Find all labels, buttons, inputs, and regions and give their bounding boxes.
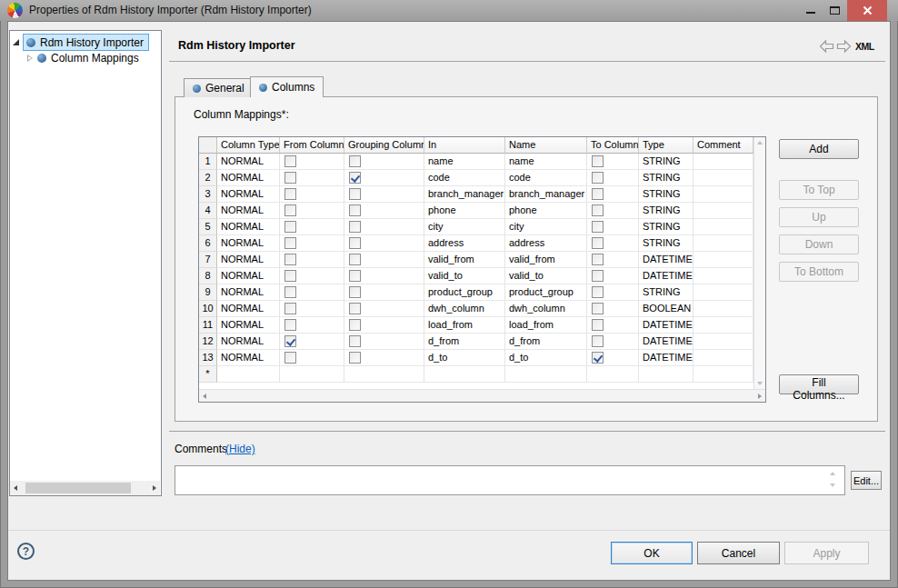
cell-in[interactable]: city — [424, 219, 505, 235]
cell-name[interactable]: phone — [505, 203, 587, 219]
cell-comment[interactable] — [693, 366, 753, 383]
from_column-checkbox[interactable] — [284, 335, 296, 347]
from_column-checkbox[interactable] — [284, 319, 296, 331]
from_column-checkbox[interactable] — [284, 237, 296, 249]
cell-name[interactable]: product_group — [505, 284, 587, 301]
cell-comment[interactable] — [693, 154, 753, 170]
maximize-button[interactable] — [823, 0, 847, 21]
cell-comment[interactable] — [693, 235, 753, 252]
cell-name[interactable] — [505, 366, 587, 383]
cell-comment[interactable] — [693, 252, 753, 268]
cell-type[interactable]: DATETIME — [639, 252, 693, 268]
cancel-button[interactable]: Cancel — [697, 542, 780, 564]
fill-columns-button[interactable]: Fill Columns... — [779, 374, 859, 394]
cell-column_type[interactable]: NORMAL — [217, 268, 280, 284]
cell-comment[interactable] — [693, 334, 753, 350]
cell-comment[interactable] — [693, 317, 753, 334]
cell-column_type[interactable]: NORMAL — [217, 203, 280, 219]
cell-type[interactable]: STRING — [639, 154, 693, 170]
column-header-in[interactable]: In — [424, 137, 505, 154]
comments-scroll-arrows[interactable] — [830, 472, 835, 487]
cell-in[interactable]: code — [424, 170, 505, 186]
to_column-checkbox[interactable] — [592, 352, 604, 364]
grouping_column-checkbox[interactable] — [349, 155, 361, 167]
hide-comments-link[interactable]: (Hide) — [225, 443, 255, 455]
grouping_column-checkbox[interactable] — [349, 286, 361, 298]
cell-column_type[interactable]: NORMAL — [217, 235, 280, 252]
tree-selection[interactable]: Rdm History Importer — [23, 34, 149, 51]
cell-name[interactable]: valid_from — [505, 252, 587, 268]
cell-type[interactable]: BOOLEAN — [639, 301, 693, 317]
cell-in[interactable]: d_from — [424, 334, 505, 350]
column-header-to_column[interactable]: To Column — [587, 137, 639, 154]
cell-in[interactable]: d_to — [424, 350, 505, 366]
column-header-name[interactable]: Name — [505, 137, 587, 154]
grouping_column-checkbox[interactable] — [349, 237, 361, 249]
from_column-checkbox[interactable] — [284, 303, 296, 314]
cell-name[interactable]: city — [505, 219, 587, 235]
cell-in[interactable]: load_from — [424, 317, 505, 334]
scroll-down-icon[interactable] — [757, 382, 763, 385]
xml-link[interactable]: XML — [855, 41, 874, 52]
cell-comment[interactable] — [693, 186, 753, 203]
table-vertical-scrollbar[interactable] — [753, 137, 765, 389]
scrollbar-thumb[interactable] — [25, 483, 131, 493]
cell-type[interactable]: STRING — [639, 170, 693, 186]
cell-column_type[interactable]: NORMAL — [217, 317, 280, 334]
scroll-up-icon[interactable] — [757, 141, 763, 145]
column-header-type[interactable]: Type — [639, 137, 693, 154]
grouping_column-checkbox[interactable] — [349, 270, 361, 282]
cell-comment[interactable] — [693, 219, 753, 235]
cell-type[interactable]: STRING — [639, 186, 693, 203]
edit-comments-button[interactable]: Edit... — [851, 471, 882, 490]
scroll-right-icon[interactable] — [758, 394, 762, 399]
cell-in[interactable]: phone — [424, 203, 505, 219]
cell-type[interactable]: STRING — [639, 284, 693, 301]
cell-name[interactable]: dwh_column — [505, 301, 587, 317]
from_column-checkbox[interactable] — [284, 286, 296, 298]
cell-type[interactable]: DATETIME — [639, 350, 693, 366]
cell-type[interactable]: DATETIME — [639, 268, 693, 284]
grouping_column-checkbox[interactable] — [349, 303, 361, 314]
grouping_column-checkbox[interactable] — [349, 254, 361, 265]
add-button[interactable]: Add — [779, 139, 859, 159]
cell-column_type[interactable]: NORMAL — [217, 334, 280, 350]
grouping_column-checkbox[interactable] — [349, 335, 361, 347]
cell-comment[interactable] — [693, 268, 753, 284]
column-header-num[interactable] — [199, 137, 217, 154]
cell-name[interactable]: d_from — [505, 334, 587, 350]
cell-comment[interactable] — [693, 350, 753, 366]
cell-column_type[interactable] — [217, 366, 280, 383]
cell-in[interactable]: dwh_column — [424, 301, 505, 317]
cell-column_type[interactable]: NORMAL — [217, 186, 280, 203]
from_column-checkbox[interactable] — [284, 270, 296, 282]
expand-collapse-icon[interactable] — [27, 55, 33, 62]
cell-column_type[interactable]: NORMAL — [217, 170, 280, 186]
to_column-checkbox[interactable] — [592, 188, 604, 200]
cell-comment[interactable] — [693, 284, 753, 301]
scroll-left-icon[interactable] — [14, 485, 17, 491]
cell-in[interactable]: address — [424, 235, 505, 252]
cell-name[interactable]: name — [505, 154, 587, 170]
grouping_column-checkbox[interactable] — [349, 352, 361, 364]
grouping_column-checkbox[interactable] — [349, 204, 361, 216]
cell-column_type[interactable]: NORMAL — [217, 350, 280, 366]
expand-collapse-icon[interactable] — [13, 39, 19, 45]
forward-button[interactable] — [836, 40, 852, 53]
cell-in[interactable]: branch_manager — [424, 186, 505, 203]
scroll-up-icon[interactable] — [830, 472, 835, 475]
cell-type[interactable]: DATETIME — [639, 317, 693, 334]
grouping_column-checkbox[interactable] — [349, 221, 361, 233]
cell-type[interactable]: STRING — [639, 235, 693, 252]
cell-in[interactable]: valid_from — [424, 252, 505, 268]
cell-type[interactable]: DATETIME — [639, 334, 693, 350]
column-header-column_type[interactable]: Column Type — [217, 137, 280, 154]
to_column-checkbox[interactable] — [592, 204, 604, 216]
to_column-checkbox[interactable] — [592, 254, 604, 265]
from_column-checkbox[interactable] — [284, 221, 296, 233]
to_column-checkbox[interactable] — [592, 335, 604, 347]
cell-name[interactable]: code — [505, 170, 587, 186]
cell-in[interactable]: product_group — [424, 284, 505, 301]
tab-general[interactable]: General — [184, 78, 254, 97]
to_column-checkbox[interactable] — [592, 319, 604, 331]
